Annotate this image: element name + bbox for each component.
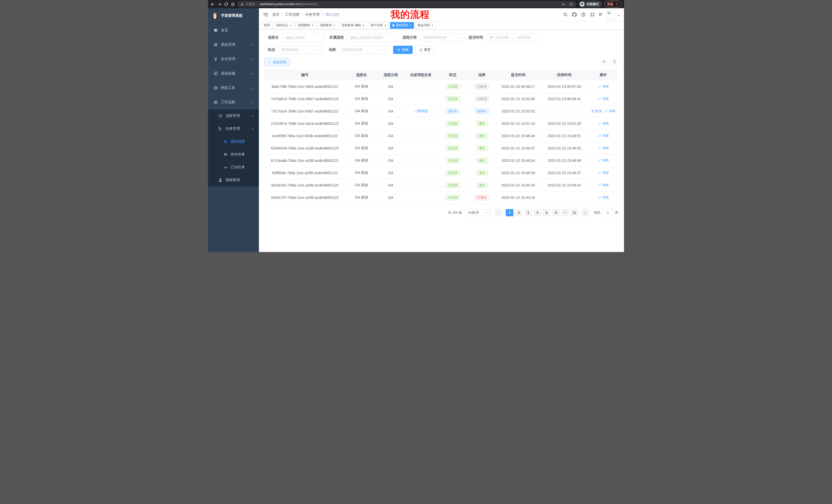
sidebar-item-dev-tools[interactable]: 研发工具 (208, 81, 259, 95)
sidebar-item-task-management[interactable]: 任务管理 (208, 122, 259, 135)
sidebar-item-done-tasks[interactable]: 已办任务 (208, 161, 259, 174)
tab-process-form-edit[interactable]: 流程表单-编辑× (339, 22, 367, 29)
bookmark-star-icon[interactable] (569, 2, 573, 6)
start-process-button[interactable]: ＋ 发起流程 (264, 58, 290, 66)
process-name-input[interactable] (282, 33, 325, 41)
cell-submit-time: 2022-01-22 23:43:16 (496, 191, 541, 204)
result-select[interactable]: 请选择流结果 (340, 46, 389, 54)
close-icon[interactable]: × (289, 24, 292, 27)
app-logo-row[interactable]: 芋道管理系统 (208, 8, 259, 23)
close-icon[interactable]: × (409, 24, 412, 27)
close-icon[interactable]: × (431, 24, 434, 27)
page-button-3[interactable]: 3 (524, 209, 532, 216)
github-icon[interactable] (572, 12, 577, 17)
detail-link[interactable]: 详情 (598, 171, 608, 175)
page-button-4[interactable]: 4 (534, 209, 541, 216)
hamburger-icon[interactable] (263, 12, 268, 17)
tab-process-definition[interactable]: 流程定义× (274, 22, 294, 29)
reload-icon[interactable] (224, 2, 228, 6)
tab-label: 首页 (264, 23, 270, 27)
sidebar-item-workflow[interactable]: 工作流程 (208, 95, 259, 109)
cell-current-task: 一级审批 (404, 105, 438, 117)
not-secure-warning-icon[interactable] (240, 2, 244, 6)
tab-home[interactable]: 首页 (261, 22, 272, 29)
avatar[interactable] (606, 10, 615, 19)
category-select[interactable]: 请选择流程分类 (420, 33, 464, 41)
close-icon[interactable]: × (333, 24, 336, 27)
security-label[interactable]: 不安全 (246, 2, 255, 6)
sidebar-item-system[interactable]: 系统管理 (208, 37, 259, 52)
detail-link[interactable]: 详情 (598, 96, 608, 101)
sidebar-item-todo-tasks[interactable]: 待办任务 (208, 148, 259, 161)
search-button[interactable]: 搜索 (393, 46, 413, 54)
sidebar-item-process-management[interactable]: 流程管理 (208, 109, 259, 122)
page-button-2[interactable]: 2 (515, 209, 523, 216)
reset-button[interactable]: 重置 (415, 46, 435, 54)
cell-actions: 详情 (588, 167, 618, 179)
goto-page-input[interactable] (602, 209, 613, 216)
close-icon[interactable]: × (384, 24, 386, 27)
breadcrumb-item[interactable]: 任务管理 (305, 12, 319, 17)
forward-icon[interactable] (217, 2, 222, 6)
refresh-icon (419, 48, 423, 52)
address-bar[interactable]: 不安全 dashboard.yudao.iocoder.cn/bpm/task/… (237, 1, 576, 7)
page-size-select[interactable]: 10条/页 (466, 209, 491, 216)
close-icon[interactable]: × (362, 24, 365, 27)
tab-user-group[interactable]: 用户分组× (368, 22, 389, 29)
refresh-table-button[interactable] (610, 58, 618, 66)
home-icon[interactable] (231, 2, 235, 6)
breadcrumb-item[interactable]: 工作流程 (285, 12, 300, 17)
tab-my-process[interactable]: 我的流程× (390, 22, 414, 29)
sidebar-item-home[interactable]: 首页 (208, 23, 259, 37)
page-button-6[interactable]: 6 (552, 209, 560, 216)
breadcrumb-item[interactable]: 首页 (272, 12, 280, 17)
status-select[interactable]: 请选择状态 (279, 46, 324, 54)
sidebar-item-payment[interactable]: 支付管理 (208, 52, 259, 66)
chevron-down-icon[interactable] (617, 13, 620, 16)
cancel-link[interactable]: 取消 (591, 109, 602, 114)
back-icon[interactable] (211, 2, 215, 6)
tab-start-process[interactable]: 发起流程× (415, 22, 436, 29)
search-icon[interactable] (563, 12, 568, 17)
fullscreen-icon[interactable] (590, 12, 595, 17)
page-button-11[interactable]: 11 (571, 209, 578, 216)
page-button-5[interactable]: 5 (543, 209, 550, 216)
detail-link[interactable]: 详情 (598, 195, 608, 200)
status-badge: 已完成 (445, 170, 460, 176)
table-row: 7317cec6-7b9b-11ec-b5b7-acde48001122OA 请… (264, 105, 618, 117)
submit-time-range-picker[interactable]: 开始日期 - 结束日期 (487, 33, 539, 41)
end-date-placeholder[interactable]: 结束日期 (517, 35, 530, 40)
close-icon[interactable]: × (311, 24, 314, 27)
current-task-link[interactable]: 一级审批 (414, 109, 428, 113)
help-icon[interactable] (581, 12, 586, 17)
sidebar-item-infrastructure[interactable]: 基础设施 (208, 66, 259, 81)
start-date-placeholder[interactable]: 开始日期 (495, 35, 509, 40)
next-page-button[interactable]: › (581, 209, 589, 216)
page-button-1[interactable]: 1 (506, 209, 514, 216)
detail-link[interactable]: 详情 (598, 134, 608, 138)
cell-category: OA (378, 93, 404, 105)
detail-link[interactable]: 详情 (604, 109, 615, 114)
detail-link[interactable]: 详情 (598, 121, 608, 126)
font-size-icon[interactable]: tT (599, 12, 602, 17)
parent-process-input[interactable] (347, 33, 398, 41)
cell-result: 不通过 (468, 191, 496, 204)
tab-process-model[interactable]: 流程模型× (295, 22, 316, 29)
sidebar-item-leave-query[interactable]: 请假查询 (208, 174, 259, 187)
monitor-icon (214, 72, 218, 76)
detail-link[interactable]: 详情 (598, 84, 608, 89)
detail-link[interactable]: 详情 (598, 146, 608, 150)
browser-menu-icon[interactable]: ⋮ (615, 2, 619, 6)
pager-more-icon[interactable]: ··· (561, 209, 569, 216)
detail-link[interactable]: 详情 (598, 183, 608, 188)
table-row: ec45f38f-7b9a-11ec-b03b-acde48001122OA 请… (264, 130, 618, 142)
show-search-button[interactable] (600, 58, 608, 66)
update-button[interactable]: 更新 ⋮ (604, 1, 621, 7)
user-avatar-menu[interactable] (606, 10, 620, 19)
prev-page-button[interactable]: ‹ (495, 209, 503, 216)
tab-process-form[interactable]: 流程表单× (317, 22, 338, 29)
detail-link[interactable]: 详情 (598, 158, 608, 163)
sidebar-item-my-process[interactable]: 我的流程 (208, 135, 259, 148)
key-icon[interactable] (562, 2, 566, 6)
pen-icon (598, 146, 601, 150)
